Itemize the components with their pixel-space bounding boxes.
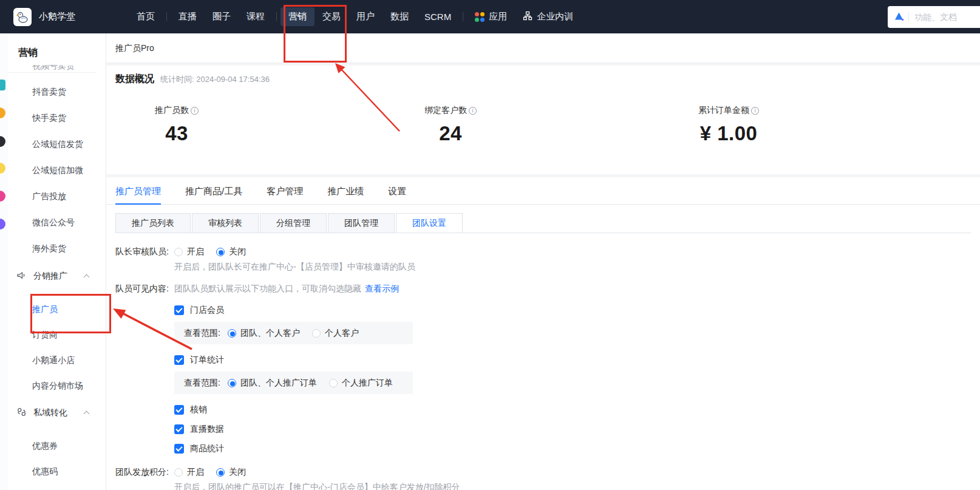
- black-app-icon: [0, 136, 5, 147]
- nav-separator: [463, 12, 463, 21]
- sidebar-item-wechat[interactable]: 微信公众号: [8, 209, 106, 236]
- sidebar-item-promoter[interactable]: 推广员: [8, 296, 106, 322]
- tab-settings[interactable]: 设置: [388, 177, 406, 205]
- visible-content-label: 队员可见内容:: [115, 284, 174, 294]
- checkbox-checked-icon[interactable]: [174, 305, 184, 315]
- overview-time: 统计时间: 2024-09-04 17:54:36: [160, 74, 270, 85]
- main-tabs: 推广员管理 推广商品/工具 客户管理 推广业绩 设置: [106, 177, 980, 205]
- stat-total-order-amount: 累计订单金额 ¥ 1.00: [668, 105, 789, 145]
- team-settings-form: 队长审核队员: 开启 关闭 开启后，团队队长可在推广中心-【店员管理】中审核邀请…: [106, 233, 980, 490]
- checkbox-verification[interactable]: 核销: [174, 404, 971, 415]
- checkbox-goods-stats[interactable]: 商品统计: [174, 443, 971, 454]
- sidebar-title: 营销: [8, 33, 106, 60]
- nav-item-data[interactable]: 数据: [383, 7, 417, 26]
- checkbox-live-data[interactable]: 直播数据: [174, 424, 971, 435]
- sidebar-item-kuaishou[interactable]: 快手卖货: [8, 105, 106, 131]
- brand[interactable]: 小鹅学堂: [13, 8, 75, 26]
- sidebar-group-private-domain[interactable]: 私域转化: [8, 400, 106, 426]
- checkbox-checked-icon[interactable]: [174, 405, 184, 415]
- sidebar-item-xiaoe-shop[interactable]: 小鹅通小店: [8, 347, 106, 373]
- checkbox-order-stats[interactable]: 订单统计: [174, 355, 971, 366]
- scope-option-personal-orders[interactable]: 个人推广订单: [329, 378, 393, 389]
- stat-bound-customers: 绑定客户数 24: [390, 105, 511, 145]
- sidebar-item-ads[interactable]: 广告投放: [8, 183, 106, 209]
- nav-item-user[interactable]: 用户: [349, 7, 383, 26]
- info-icon[interactable]: [751, 107, 759, 115]
- nav-separator: [276, 12, 277, 21]
- scope-option-personal[interactable]: 个人客户: [312, 328, 359, 339]
- sidebar-item-sms-ship[interactable]: 公域短信发货: [8, 131, 106, 157]
- radio-icon-checked[interactable]: [216, 468, 225, 477]
- stat-value: 43: [116, 122, 237, 145]
- stat-promoter-count: 推广员数 43: [116, 105, 237, 145]
- sidebar-group-label: 私域转化: [33, 407, 67, 418]
- radio-option-off[interactable]: 关闭: [216, 467, 246, 478]
- order-stats-scope: 查看范围: 团队、个人推广订单 个人推广订单: [174, 372, 413, 394]
- tab-promo-performance[interactable]: 推广业绩: [327, 177, 364, 205]
- radio-icon[interactable]: [174, 468, 183, 477]
- team-points-row: 团队发放积分: 开启 关闭: [115, 467, 971, 478]
- checkbox-store-member[interactable]: 门店会员: [174, 305, 971, 316]
- purple-app-icon: [0, 219, 5, 230]
- info-icon[interactable]: [191, 107, 199, 115]
- apps-grid-icon: [475, 12, 485, 22]
- sidebar-item-content-market[interactable]: 内容分销市场: [8, 373, 106, 398]
- subtab-review-list[interactable]: 审核列表: [192, 213, 259, 233]
- overview-card: 数据概况 统计时间: 2024-09-04 17:54:36 推广员数 43 绑…: [106, 66, 980, 174]
- people-icon: [16, 407, 27, 419]
- checkbox-checked-icon[interactable]: [174, 424, 184, 434]
- checkbox-checked-icon[interactable]: [174, 355, 184, 365]
- nav-item-circle[interactable]: 圈子: [205, 7, 239, 26]
- sidebar-item-coupon[interactable]: 优惠券: [8, 433, 106, 458]
- subtab-group-management[interactable]: 分组管理: [260, 213, 327, 233]
- subtab-team-settings[interactable]: 团队设置: [396, 213, 463, 233]
- tab-promoter-management[interactable]: 推广员管理: [115, 177, 161, 205]
- radio-icon-checked[interactable]: [216, 248, 225, 256]
- nav-item-apps-label: 应用: [489, 11, 507, 22]
- stat-label: 绑定客户数: [424, 105, 467, 115]
- subtab-team-management[interactable]: 团队管理: [328, 213, 395, 233]
- subtab-promoter-list[interactable]: 推广员列表: [115, 213, 191, 233]
- nav-separator: [166, 12, 167, 21]
- nav-item-home[interactable]: 首页: [129, 7, 163, 26]
- nav-item-live[interactable]: 直播: [171, 7, 205, 26]
- triangle-logo-icon: [894, 12, 904, 23]
- sidebar-item-wholesaler[interactable]: 订货商: [8, 322, 106, 347]
- global-search[interactable]: [888, 6, 980, 28]
- breadcrumb: 推广员Pro: [106, 33, 980, 63]
- radio-option-on[interactable]: 开启: [174, 247, 204, 257]
- nav-item-course[interactable]: 课程: [239, 7, 273, 26]
- radio-icon[interactable]: [312, 329, 321, 338]
- sidebar-group-label: 分销推广: [33, 271, 67, 282]
- tab-promo-goods-tools[interactable]: 推广商品/工具: [185, 177, 242, 205]
- scope-option-team-personal[interactable]: 团队、个人客户: [228, 328, 300, 339]
- nav-item-scrm[interactable]: SCRM: [417, 8, 459, 26]
- radio-icon-checked[interactable]: [228, 329, 236, 338]
- radio-option-on[interactable]: 开启: [174, 467, 204, 478]
- sidebar-item-coupon-code[interactable]: 优惠码: [8, 458, 106, 484]
- nav-item-enterprise-training[interactable]: 企业内训: [515, 7, 581, 26]
- team-points-help: 开启后，团队的推广员可以在【推广中心-门店会员】中给客户发放/扣除积分: [174, 482, 971, 490]
- sidebar-item-overseas[interactable]: 海外卖货: [8, 236, 106, 262]
- radio-option-off[interactable]: 关闭: [216, 247, 246, 257]
- sidebar-item-sms-wx[interactable]: 公域短信加微: [8, 157, 106, 183]
- teal-app-icon: [0, 80, 5, 90]
- view-example-link[interactable]: 查看示例: [365, 284, 399, 294]
- nav-menu: 首页 直播 圈子 课程 营销 交易 用户 数据 SCRM 应用 企业内训: [129, 7, 581, 26]
- radio-icon[interactable]: [329, 379, 338, 387]
- sidebar-group-distribution[interactable]: 分销推广: [8, 263, 106, 289]
- tab-customer-management[interactable]: 客户管理: [267, 177, 303, 205]
- scope-option-team-personal-orders[interactable]: 团队、个人推广订单: [228, 378, 317, 389]
- radio-icon[interactable]: [174, 248, 183, 256]
- sidebar-item-clipped[interactable]: 视频号卖货: [8, 65, 96, 73]
- nav-item-trade[interactable]: 交易: [315, 7, 349, 26]
- search-input[interactable]: [914, 12, 975, 22]
- nav-item-apps[interactable]: 应用: [467, 7, 515, 26]
- sidebar-item-douyin[interactable]: 抖音卖货: [8, 79, 106, 105]
- nav-item-marketing[interactable]: 营销: [281, 7, 315, 26]
- checkbox-checked-icon[interactable]: [174, 444, 184, 454]
- radio-icon-checked[interactable]: [228, 379, 236, 387]
- info-icon[interactable]: [469, 107, 477, 115]
- chevron-up-icon: [84, 274, 90, 280]
- pink-app-icon: [0, 191, 5, 202]
